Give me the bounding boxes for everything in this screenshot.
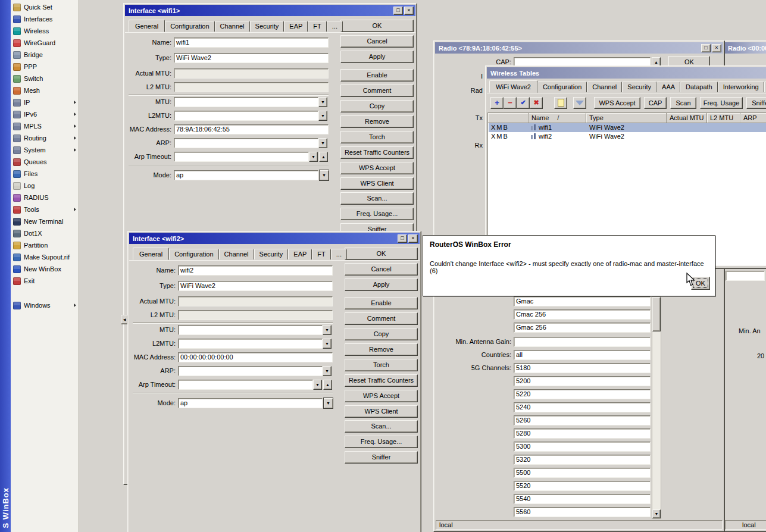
- channel-field[interactable]: 5280: [514, 428, 651, 439]
- ok-button[interactable]: OK: [345, 248, 418, 260]
- mtu-input[interactable]: [174, 97, 318, 107]
- scroll-down-button[interactable]: ▼: [652, 509, 661, 518]
- mode-dropdown-button[interactable]: ▼: [319, 170, 329, 181]
- wps-accept-button[interactable]: WPS Accept: [594, 97, 640, 109]
- wps-accept-button[interactable]: WPS Accept: [340, 162, 414, 174]
- tab-aaa[interactable]: AAA: [656, 82, 680, 92]
- copy-button[interactable]: Copy: [345, 328, 418, 340]
- remove-button[interactable]: Remove: [340, 115, 414, 128]
- sidebar-item-queues[interactable]: Queues: [11, 156, 79, 168]
- filter-button[interactable]: [573, 97, 586, 109]
- sidebar-item-partition[interactable]: Partition: [11, 239, 79, 251]
- remove-button[interactable]: −: [504, 97, 517, 109]
- enable-button[interactable]: Enable: [340, 69, 414, 82]
- arp-dropdown-button[interactable]: ▼: [323, 366, 332, 376]
- mac-address-input[interactable]: 78:9A:18:06:42:55: [174, 124, 329, 134]
- arp-timeout-input[interactable]: [174, 152, 309, 162]
- arp-timeout-input[interactable]: [178, 380, 313, 390]
- sidebar-item-dot1x[interactable]: Dot1X: [11, 227, 79, 239]
- tab-channel[interactable]: Channel: [215, 21, 250, 32]
- tab-channel[interactable]: Channel: [587, 82, 622, 92]
- freq-usage-button[interactable]: Freq. Usage...: [345, 436, 418, 448]
- arp-input[interactable]: [178, 366, 323, 376]
- arp-timeout-up-button[interactable]: ▲: [319, 152, 328, 162]
- wps-client-button[interactable]: WPS Client: [345, 405, 418, 418]
- close-button[interactable]: ×: [404, 7, 414, 15]
- sidebar-item-mpls[interactable]: MPLS: [11, 120, 79, 132]
- column-l2-mtu[interactable]: L2 MTU: [707, 113, 740, 123]
- comment-button[interactable]: Comment: [345, 312, 418, 325]
- maximize-button[interactable]: □: [398, 234, 407, 243]
- disable-button[interactable]: ✖: [530, 97, 543, 109]
- tab-security[interactable]: Security: [250, 21, 284, 32]
- close-button[interactable]: ×: [712, 44, 721, 52]
- sidebar-item-new-terminal[interactable]: New Terminal: [11, 215, 79, 227]
- tab-eap[interactable]: EAP: [288, 249, 312, 259]
- tab-ft[interactable]: FT: [312, 249, 330, 259]
- sidebar-item-wireguard[interactable]: WireGuard: [11, 37, 79, 49]
- name-input[interactable]: wifi2: [178, 265, 333, 276]
- arp-timeout-dropdown-button[interactable]: ▼: [309, 152, 318, 162]
- l2mtu-dropdown-button[interactable]: ▼: [318, 111, 327, 121]
- table-row[interactable]: XMB wifi2 WiFi Wave2: [489, 132, 766, 141]
- min-antenna-gain-input[interactable]: [514, 337, 651, 347]
- scrollbar[interactable]: ▼: [652, 296, 661, 519]
- titlebar[interactable]: Radio <00:00: [724, 42, 766, 54]
- mac-address-input[interactable]: 00:00:00:00:00:00: [178, 352, 333, 362]
- mtu-input[interactable]: [178, 325, 323, 335]
- l2mtu-input[interactable]: [174, 111, 318, 121]
- channel-field[interactable]: 5240: [514, 402, 651, 412]
- sidebar-item-system[interactable]: System: [11, 144, 79, 156]
- tab-configuration[interactable]: Configuration: [165, 21, 214, 32]
- tab-more[interactable]: ...: [331, 249, 347, 259]
- channel-field[interactable]: 5560: [514, 507, 651, 517]
- arp-dropdown-button[interactable]: ▼: [318, 138, 327, 148]
- tab-more[interactable]: ...: [327, 21, 343, 32]
- comment-button[interactable]: Comment: [340, 85, 414, 97]
- sidebar-item-ppp[interactable]: PPP: [11, 61, 79, 73]
- torch-button[interactable]: Torch: [340, 131, 414, 143]
- sidebar-item-radius[interactable]: RADIUS: [11, 192, 79, 204]
- l2mtu-dropdown-button[interactable]: ▼: [323, 339, 332, 349]
- sidebar-item-ipv6[interactable]: IPv6: [11, 108, 79, 120]
- tab-configuration[interactable]: Configuration: [537, 82, 587, 92]
- l2mtu-input[interactable]: [178, 339, 323, 349]
- enable-button[interactable]: Enable: [345, 297, 418, 309]
- security-cipher-field[interactable]: Gmac: [514, 296, 651, 306]
- tab-security[interactable]: Security: [254, 249, 289, 259]
- titlebar[interactable]: Radio <78:9A:18:06:42:55> □×: [435, 42, 723, 54]
- add-button[interactable]: +: [490, 97, 504, 109]
- channel-field[interactable]: 5180: [514, 363, 651, 373]
- sidebar-item-mesh[interactable]: Mesh: [11, 85, 79, 96]
- maximize-button[interactable]: □: [393, 7, 403, 15]
- mode-input[interactable]: ap: [174, 170, 318, 180]
- tab-configuration[interactable]: Configuration: [169, 249, 218, 259]
- scrollbar-thumb[interactable]: [652, 297, 661, 331]
- tab-general[interactable]: General: [129, 20, 165, 32]
- cancel-button[interactable]: Cancel: [340, 35, 414, 48]
- titlebar[interactable]: Wireless Tables: [487, 67, 766, 79]
- wps-client-button[interactable]: WPS Client: [340, 177, 414, 190]
- titlebar[interactable]: Interface <wifi2> □×: [129, 233, 420, 244]
- column-flags[interactable]: [488, 113, 529, 123]
- reset-traffic-counters-button[interactable]: Reset Traffic Counters: [340, 146, 414, 159]
- tab-security[interactable]: Security: [622, 82, 656, 92]
- security-cipher-field[interactable]: Cmac 256: [514, 309, 651, 320]
- apply-button[interactable]: Apply: [340, 51, 414, 63]
- mtu-dropdown-button[interactable]: ▼: [323, 325, 332, 335]
- sidebar-item-make-supout[interactable]: Make Supout.rif: [11, 251, 79, 263]
- channel-field[interactable]: 5500: [514, 468, 651, 478]
- tab-datapath[interactable]: Datapath: [680, 82, 718, 92]
- column-actual-mtu[interactable]: Actual MTU: [667, 113, 707, 123]
- channel-field[interactable]: 5200: [514, 376, 651, 386]
- ok-button[interactable]: OK: [340, 20, 414, 32]
- scan-button[interactable]: Scan...: [340, 192, 414, 205]
- tab-registration[interactable]: Registration: [764, 82, 766, 92]
- maximize-button[interactable]: □: [701, 44, 711, 52]
- wps-accept-button[interactable]: WPS Accept: [345, 390, 418, 402]
- scan-button[interactable]: Scan: [670, 97, 696, 109]
- tab-eap[interactable]: EAP: [284, 21, 308, 32]
- enable-button[interactable]: ✔: [517, 97, 530, 109]
- tab-general[interactable]: General: [133, 248, 169, 260]
- sidebar-item-routing[interactable]: Routing: [11, 132, 79, 144]
